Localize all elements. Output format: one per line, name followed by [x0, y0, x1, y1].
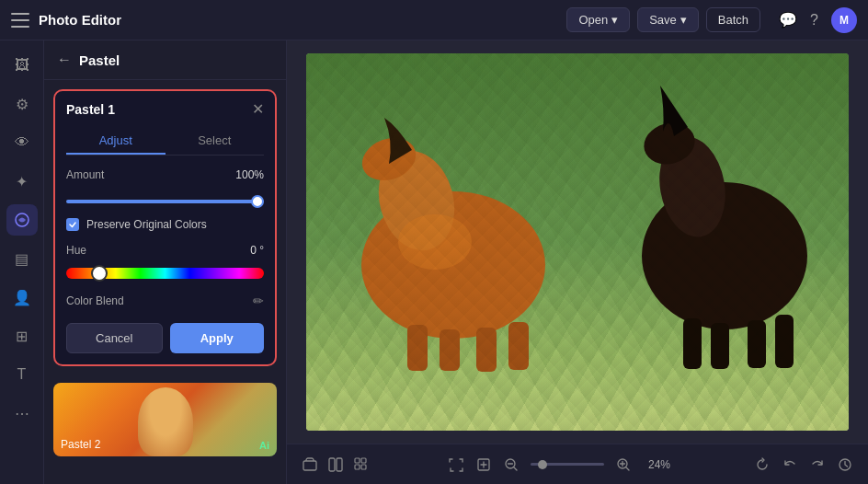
svg-rect-22	[361, 465, 366, 469]
layers-toolbar-icon[interactable]	[302, 456, 318, 473]
zoom-out-icon[interactable]	[503, 456, 520, 473]
zoom-slider[interactable]	[531, 463, 604, 466]
thumbnail-label: Pastel 2	[61, 438, 100, 451]
topbar-icons: 💬 ? M	[779, 7, 857, 33]
sidebar-item-magic[interactable]: ✦	[6, 166, 38, 197]
chevron-down-icon: ▾	[680, 13, 687, 27]
sidebar-item-gallery[interactable]: ⊞	[6, 320, 38, 351]
hue-slider-container	[66, 266, 264, 282]
sidebar-item-view[interactable]: 👁	[6, 127, 38, 158]
card-header: Pastel 1 ✕	[66, 102, 264, 117]
panel-header: ← Pastel	[44, 40, 286, 80]
tab-adjust[interactable]: Adjust	[66, 128, 166, 155]
svg-rect-17	[329, 458, 335, 471]
undo-icon[interactable]	[782, 456, 798, 473]
action-buttons: Cancel Apply	[66, 323, 264, 353]
toolbar-center: 24%	[448, 456, 676, 473]
pastel-card: Pastel 1 ✕ Adjust Select Amount 100%	[53, 89, 277, 366]
sidebar-item-layers[interactable]: ▤	[6, 243, 38, 274]
thumbnail-ai-badge: Ai	[259, 440, 269, 451]
canvas-toolbar: 24%	[287, 444, 868, 484]
close-icon[interactable]: ✕	[252, 102, 264, 117]
panel-title: Pastel	[79, 52, 120, 68]
sidebar-item-people[interactable]: 👤	[6, 282, 38, 313]
app-title: Photo Editor	[39, 12, 566, 28]
avatar[interactable]: M	[831, 7, 857, 33]
hue-label: Hue	[66, 244, 86, 257]
color-blend-row: Color Blend ✏	[66, 294, 264, 308]
tab-select[interactable]: Select	[166, 128, 265, 155]
toolbar-left	[302, 456, 370, 473]
pastel-thumbnail[interactable]: Pastel 2 Ai	[53, 383, 277, 456]
comment-icon[interactable]: 💬	[779, 11, 797, 29]
zoom-in-icon[interactable]	[615, 456, 632, 473]
zoom-value: 24%	[643, 458, 676, 471]
amount-label: Amount	[66, 168, 104, 181]
cancel-button[interactable]: Cancel	[66, 323, 163, 353]
preserve-label: Preserve Original Colors	[86, 218, 207, 231]
thumbnail-face-decoration	[138, 387, 193, 456]
svg-rect-16	[303, 461, 316, 470]
sidebar-icons: 🖼 ⚙ 👁 ✦ ▤ 👤 ⊞ T ⋯	[0, 40, 44, 484]
fullscreen-icon[interactable]	[448, 456, 464, 473]
refresh-icon[interactable]	[754, 456, 771, 473]
sidebar-item-text[interactable]: T	[6, 359, 38, 390]
help-icon[interactable]: ?	[810, 12, 818, 29]
hue-value: 0 °	[250, 244, 264, 257]
svg-rect-19	[355, 458, 360, 463]
chevron-down-icon: ▾	[611, 13, 618, 27]
sidebar-item-more[interactable]: ⋯	[6, 398, 38, 429]
canvas-content	[287, 40, 868, 444]
redo-icon[interactable]	[809, 456, 826, 473]
canvas-area: 24%	[287, 40, 868, 484]
toolbar-right	[754, 456, 853, 473]
facet-overlay	[306, 53, 849, 431]
main-content: 🖼 ⚙ 👁 ✦ ▤ 👤 ⊞ T ⋯ ← Pastel Pastel 1 ✕	[0, 40, 868, 484]
back-button[interactable]: ←	[57, 52, 72, 68]
history-icon[interactable]	[837, 456, 853, 473]
horse-image	[306, 53, 849, 431]
open-button[interactable]: Open ▾	[566, 7, 630, 32]
topbar-actions: Open ▾ Save ▾ Batch 💬 ? M	[566, 7, 857, 33]
color-blend-label: Color Blend	[66, 294, 124, 307]
hue-row: Hue 0 °	[66, 244, 264, 257]
preserve-checkbox[interactable]	[66, 218, 79, 231]
card-title: Pastel 1	[66, 102, 115, 117]
topbar: Photo Editor Open ▾ Save ▾ Batch 💬 ? M	[0, 0, 868, 40]
amount-slider[interactable]	[66, 200, 264, 203]
sidebar-item-effects[interactable]	[6, 204, 38, 236]
grid-icon[interactable]	[353, 456, 370, 473]
svg-rect-20	[361, 458, 366, 463]
left-panel: ← Pastel Pastel 1 ✕ Adjust Select Amount…	[44, 40, 287, 484]
sidebar-item-image[interactable]: 🖼	[6, 50, 38, 81]
svg-rect-18	[337, 458, 342, 471]
sidebar-item-adjust[interactable]: ⚙	[6, 88, 38, 120]
batch-button[interactable]: Batch	[706, 7, 760, 32]
edit-icon[interactable]: ✏	[253, 294, 264, 308]
svg-rect-21	[355, 465, 360, 469]
preserve-row: Preserve Original Colors	[66, 218, 264, 231]
amount-slider-container	[66, 190, 264, 207]
fit-icon[interactable]	[475, 456, 492, 473]
menu-icon[interactable]	[11, 13, 29, 28]
apply-button[interactable]: Apply	[170, 323, 265, 353]
hue-slider[interactable]	[66, 268, 264, 279]
save-button[interactable]: Save ▾	[637, 7, 699, 32]
card-tabs: Adjust Select	[66, 128, 264, 156]
compare-icon[interactable]	[327, 456, 344, 473]
amount-value: 100%	[235, 168, 264, 181]
amount-row: Amount 100%	[66, 168, 264, 181]
